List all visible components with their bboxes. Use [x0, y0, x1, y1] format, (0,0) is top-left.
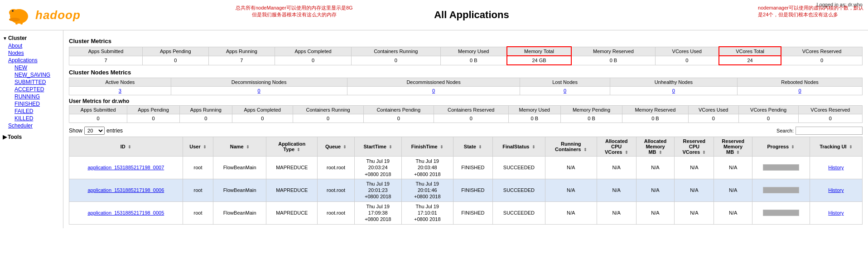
th-tracking-ui[interactable]: Tracking UI ⇕ [810, 137, 862, 157]
sidebar-nodes[interactable]: Nodes [6, 49, 63, 57]
progress-bar-container [763, 187, 799, 193]
sidebar-failed[interactable]: FAILED [13, 108, 63, 115]
sidebar-about[interactable]: About [6, 42, 63, 49]
um-memory-pending: 0 B [560, 114, 622, 123]
um-apps-completed: 0 [232, 114, 293, 123]
cell-tracking-ui: History [810, 179, 862, 201]
tracking-ui-link[interactable]: History [828, 165, 844, 170]
cn-header-unhealthy: Unhealthy Nodes [610, 78, 737, 87]
th-finalstatus[interactable]: FinalStatus ⇕ [492, 137, 545, 157]
tools-section: ▶ Tools [0, 133, 63, 141]
th-queue[interactable]: Queue ⇕ [318, 137, 354, 157]
name-sort-icon: ⇕ [246, 145, 250, 149]
alloc-cpu-sort-icon: ⇕ [625, 150, 628, 155]
cell-alloc-mem: N/A [636, 157, 674, 179]
cm-header-vcores-reserved: VCores Reserved [781, 47, 862, 56]
cell-starttime: Thu Jul 1920:03:24+0800 2018 [354, 157, 401, 179]
sidebar-applications[interactable]: Applications [6, 57, 63, 64]
cell-progress [752, 157, 810, 179]
cm-header-vcores-total: VCores Total [719, 47, 781, 56]
cell-finalstatus: SUCCEEDED [492, 179, 545, 201]
cm-containers-running: 0 [351, 56, 440, 65]
cell-name: FlowBeanMain [213, 201, 266, 224]
finalstatus-sort-icon: ⇕ [532, 145, 535, 149]
cn-header-lost: Lost Nodes [520, 78, 610, 87]
th-reserved-mem[interactable]: ReservedMemoryMB ⇕ [714, 137, 752, 157]
um-vcores-reserved: 0 [798, 114, 862, 123]
cell-progress [752, 179, 810, 201]
cell-user: root [183, 179, 213, 201]
cn-header-decommissioned: Decommissioned Nodes [347, 78, 520, 87]
cluster-links: About Nodes Applications NEW NEW_SAVING … [0, 42, 63, 129]
cell-reserved-mem: N/A [714, 157, 752, 179]
um-vcores-pending: 0 [738, 114, 798, 123]
cm-header-vcores-used: VCores Used [655, 47, 719, 56]
um-containers-pending: 0 [363, 114, 434, 123]
app-id-link[interactable]: application_1531885217198_0007 [87, 165, 164, 170]
sidebar-new[interactable]: NEW [13, 64, 63, 71]
cm-header-apps-completed: Apps Completed [275, 47, 352, 56]
cm-header-memory-reserved: Memory Reserved [571, 47, 655, 56]
user-metrics-label: User Metrics for dr.who [69, 98, 863, 104]
um-header-memory-reserved: Memory Reserved [622, 106, 689, 114]
applications-table: ID ⇕ User ⇕ Name ⇕ ApplicationType ⇕ Que… [69, 137, 863, 225]
cell-queue: root.root [318, 179, 354, 201]
th-alloc-mem[interactable]: AllocatedMemoryMB ⇕ [636, 137, 674, 157]
th-starttime[interactable]: StartTime ⇕ [354, 137, 401, 157]
th-alloc-cpu[interactable]: AllocatedCPUVCores ⇕ [597, 137, 636, 157]
th-progress[interactable]: Progress ⇕ [752, 137, 810, 157]
th-finishtime[interactable]: FinishTime ⇕ [401, 137, 453, 157]
sidebar-new-saving[interactable]: NEW_SAVING [13, 71, 63, 78]
sidebar-submitted[interactable]: SUBMITTED [13, 78, 63, 86]
th-reserved-cpu[interactable]: ReservedCPUVCores ⇕ [675, 137, 714, 157]
starttime-sort-icon: ⇕ [389, 145, 392, 149]
apps-table-body: application_1531885217198_0007 root Flow… [69, 157, 863, 225]
cn-active-link[interactable]: 3 [119, 88, 121, 93]
th-id[interactable]: ID ⇕ [69, 137, 183, 157]
cn-header-decommissioning: Decommissioning Nodes [171, 78, 347, 87]
th-name[interactable]: Name ⇕ [213, 137, 266, 157]
cell-app-type: MAPREDUCE [266, 157, 318, 179]
tracking-ui-link[interactable]: History [828, 187, 844, 193]
um-header-vcores-pending: VCores Pending [738, 106, 798, 114]
cn-lost: 0 [520, 87, 610, 95]
cluster-toggle[interactable]: ▼ Cluster [0, 34, 63, 42]
cell-user: root [183, 157, 213, 179]
cn-decommissioning-link[interactable]: 0 [258, 88, 260, 93]
cm-apps-pending: 0 [142, 56, 208, 65]
sidebar-accepted[interactable]: ACCEPTED [13, 86, 63, 93]
cell-queue: root.root [318, 157, 354, 179]
th-app-type[interactable]: ApplicationType ⇕ [266, 137, 318, 157]
sidebar-finished[interactable]: FINISHED [13, 100, 63, 108]
sidebar-running[interactable]: RUNNING [13, 93, 63, 100]
cm-header-apps-running: Apps Running [208, 47, 275, 56]
app-id-link[interactable]: application_1531885217198_0005 [87, 210, 164, 216]
cell-running-containers: N/A [545, 179, 597, 201]
cn-decommissioned-link[interactable]: 0 [432, 88, 435, 93]
progress-bar-fill [763, 165, 799, 170]
cm-vcores-reserved: 0 [781, 56, 862, 65]
cn-unhealthy-link[interactable]: 0 [672, 88, 675, 93]
sidebar-killed[interactable]: KILLED [13, 115, 63, 122]
cm-vcores-used: 0 [655, 56, 719, 65]
th-user[interactable]: User ⇕ [183, 137, 213, 157]
cn-lost-link[interactable]: 0 [564, 88, 566, 93]
sidebar-scheduler[interactable]: Scheduler [6, 122, 63, 129]
res-cpu-sort-icon: ⇕ [702, 150, 706, 155]
cell-starttime: Thu Jul 1917:09:38+0800 2018 [354, 201, 401, 224]
app-status-links: NEW NEW_SAVING SUBMITTED ACCEPTED RUNNIN… [6, 64, 63, 122]
cell-tracking-ui: History [810, 201, 862, 224]
th-running-containers[interactable]: RunningContainers ⇕ [545, 137, 597, 157]
running-sort-icon: ⇕ [583, 147, 587, 152]
um-containers-reserved: 0 [434, 114, 508, 123]
search-input[interactable] [796, 127, 863, 135]
cn-decommissioned: 0 [347, 87, 520, 95]
cn-rebooted-link[interactable]: 0 [798, 88, 801, 93]
th-state[interactable]: State ⇕ [453, 137, 492, 157]
app-id-link[interactable]: application_1531885217198_0006 [87, 187, 164, 193]
tools-toggle[interactable]: ▶ Tools [0, 133, 63, 141]
cell-id: application_1531885217198_0006 [69, 179, 183, 201]
entries-select[interactable]: 10 20 25 50 100 [84, 127, 105, 135]
tracking-ui-link[interactable]: History [828, 210, 844, 216]
cell-alloc-cpu: N/A [597, 157, 636, 179]
